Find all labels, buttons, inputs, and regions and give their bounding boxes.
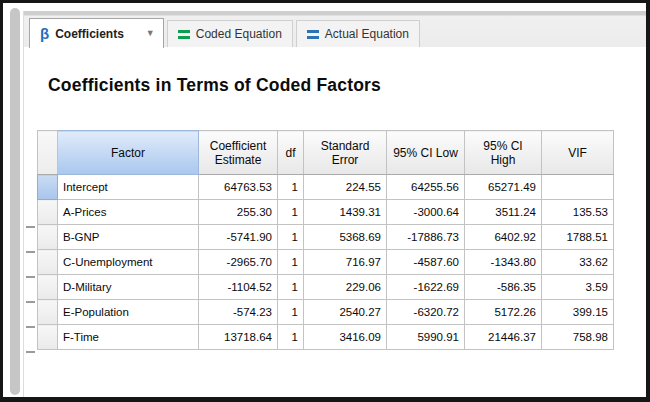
table-body: Intercept64763.531224.5564255.5665271.49… xyxy=(38,175,614,350)
tab-coded-equation-label: Coded Equation xyxy=(196,27,282,41)
equals-blue-icon xyxy=(307,30,319,39)
column-header-ci-low[interactable]: 95% CI Low xyxy=(387,131,465,175)
factor-cell[interactable]: Intercept xyxy=(58,175,199,200)
column-header-standard-error[interactable]: Standard Error xyxy=(304,131,387,175)
value-cell[interactable]: 6402.92 xyxy=(465,225,542,250)
table-row: B-GNP-5741.9015368.69-17886.736402.92178… xyxy=(38,225,614,250)
value-cell[interactable]: 33.62 xyxy=(542,250,614,275)
value-cell[interactable]: 64255.56 xyxy=(387,175,465,200)
table-row: E-Population-574.2312540.27-6320.725172.… xyxy=(38,300,614,325)
value-cell[interactable]: -17886.73 xyxy=(387,225,465,250)
value-cell[interactable]: 5990.91 xyxy=(387,325,465,350)
value-cell[interactable]: -3000.64 xyxy=(387,200,465,225)
value-cell[interactable]: 255.30 xyxy=(199,200,278,225)
column-header-ci-high[interactable]: 95% CI High xyxy=(465,131,542,175)
row-selector[interactable] xyxy=(38,250,58,275)
value-cell[interactable]: 1 xyxy=(278,250,304,275)
factor-cell[interactable]: C-Unemployment xyxy=(58,250,199,275)
table-row: F-Time13718.6413416.095990.9121446.37758… xyxy=(38,325,614,350)
factor-cell[interactable]: A-Prices xyxy=(58,200,199,225)
tab-coded-equation[interactable]: Coded Equation xyxy=(167,20,293,47)
column-header-coefficient-estimate[interactable]: Coefficient Estimate xyxy=(199,131,278,175)
factor-cell[interactable]: D-Military xyxy=(58,275,199,300)
row-selector[interactable] xyxy=(38,175,58,200)
row-selector[interactable] xyxy=(38,300,58,325)
header-row: Factor Coefficient Estimate df Standard … xyxy=(38,131,614,175)
value-cell[interactable]: 3416.09 xyxy=(304,325,387,350)
table-row: A-Prices255.3011439.31-3000.643511.24135… xyxy=(38,200,614,225)
value-cell[interactable]: 1 xyxy=(278,300,304,325)
value-cell[interactable]: -1622.69 xyxy=(387,275,465,300)
value-cell[interactable]: 399.15 xyxy=(542,300,614,325)
app-window: β Coefficients ▼ Coded Equation Actual E… xyxy=(0,0,650,402)
value-cell[interactable]: 229.06 xyxy=(304,275,387,300)
value-cell[interactable]: 1439.31 xyxy=(304,200,387,225)
vertical-splitter-handle[interactable] xyxy=(10,8,20,395)
tab-actual-equation[interactable]: Actual Equation xyxy=(296,20,420,47)
value-cell[interactable]: 64763.53 xyxy=(199,175,278,200)
value-cell[interactable]: 135.53 xyxy=(542,200,614,225)
factor-cell[interactable]: E-Population xyxy=(58,300,199,325)
value-cell[interactable]: 1788.51 xyxy=(542,225,614,250)
value-cell[interactable]: -2965.70 xyxy=(199,250,278,275)
factor-cell[interactable]: F-Time xyxy=(58,325,199,350)
value-cell[interactable]: 716.97 xyxy=(304,250,387,275)
row-boundary-dash xyxy=(26,226,35,228)
row-selector[interactable] xyxy=(38,275,58,300)
table-row: Intercept64763.531224.5564255.5665271.49 xyxy=(38,175,614,200)
value-cell[interactable]: -574.23 xyxy=(199,300,278,325)
table-row: C-Unemployment-2965.701716.97-4587.60-13… xyxy=(38,250,614,275)
value-cell[interactable]: 2540.27 xyxy=(304,300,387,325)
value-cell[interactable]: 758.98 xyxy=(542,325,614,350)
value-cell[interactable]: 65271.49 xyxy=(465,175,542,200)
table-row: D-Military-1104.521229.06-1622.69-586.35… xyxy=(38,275,614,300)
value-cell[interactable]: 21446.37 xyxy=(465,325,542,350)
value-cell[interactable] xyxy=(542,175,614,200)
value-cell[interactable]: 1 xyxy=(278,200,304,225)
row-selector[interactable] xyxy=(38,225,58,250)
page-title: Coefficients in Terms of Coded Factors xyxy=(48,75,381,96)
tab-coefficients-label: Coefficients xyxy=(55,27,124,41)
coefficients-table: Factor Coefficient Estimate df Standard … xyxy=(37,130,614,350)
value-cell[interactable]: 224.55 xyxy=(304,175,387,200)
value-cell[interactable]: -1343.80 xyxy=(465,250,542,275)
tab-actual-equation-label: Actual Equation xyxy=(325,27,409,41)
value-cell[interactable]: 1 xyxy=(278,225,304,250)
value-cell[interactable]: -6320.72 xyxy=(387,300,465,325)
row-boundary-dash xyxy=(26,276,35,278)
value-cell[interactable]: 1 xyxy=(278,325,304,350)
row-boundary-dash xyxy=(26,326,35,328)
value-cell[interactable]: -1104.52 xyxy=(199,275,278,300)
column-header-factor[interactable]: Factor xyxy=(58,131,199,175)
value-cell[interactable]: 3.59 xyxy=(542,275,614,300)
value-cell[interactable]: 1 xyxy=(278,175,304,200)
row-selector[interactable] xyxy=(38,200,58,225)
value-cell[interactable]: 13718.64 xyxy=(199,325,278,350)
tab-bar: β Coefficients ▼ Coded Equation Actual E… xyxy=(24,11,646,47)
value-cell[interactable]: 5172.26 xyxy=(465,300,542,325)
beta-icon: β xyxy=(40,26,49,41)
row-boundary-dash xyxy=(26,351,35,353)
column-header-df[interactable]: df xyxy=(278,131,304,175)
row-boundary-dash xyxy=(26,251,35,253)
chevron-down-icon[interactable]: ▼ xyxy=(146,29,155,38)
column-header-vif[interactable]: VIF xyxy=(542,131,614,175)
row-boundary-dash xyxy=(26,301,35,303)
value-cell[interactable]: -586.35 xyxy=(465,275,542,300)
value-cell[interactable]: -5741.90 xyxy=(199,225,278,250)
value-cell[interactable]: -4587.60 xyxy=(387,250,465,275)
tab-coefficients[interactable]: β Coefficients ▼ xyxy=(29,18,164,48)
value-cell[interactable]: 5368.69 xyxy=(304,225,387,250)
equals-green-icon xyxy=(178,30,190,39)
value-cell[interactable]: 1 xyxy=(278,275,304,300)
value-cell[interactable]: 3511.24 xyxy=(465,200,542,225)
results-panel: β Coefficients ▼ Coded Equation Actual E… xyxy=(23,11,646,397)
gutter-header-cell[interactable] xyxy=(38,131,58,175)
factor-cell[interactable]: B-GNP xyxy=(58,225,199,250)
row-selector[interactable] xyxy=(38,325,58,350)
